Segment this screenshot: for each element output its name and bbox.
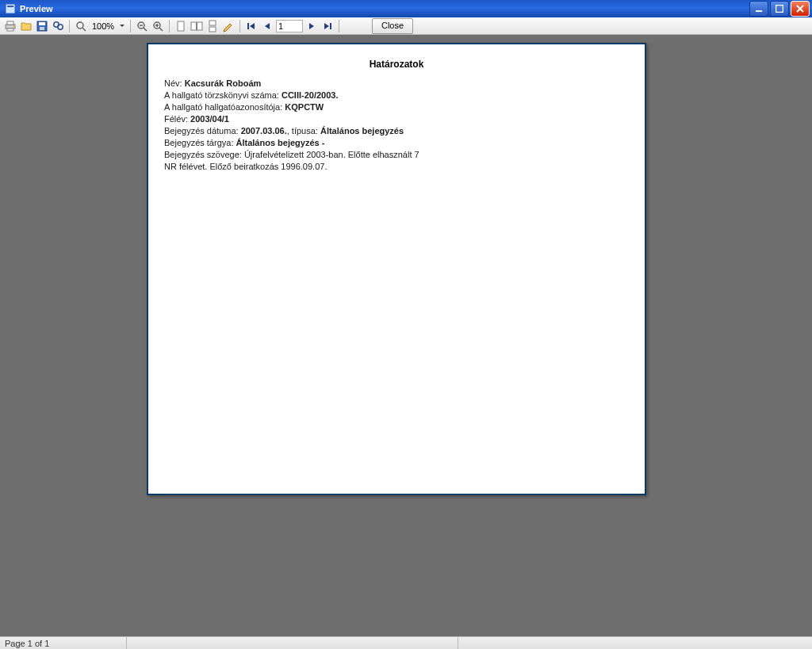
continuous-page-icon[interactable] — [205, 19, 220, 33]
zoom-in-icon[interactable] — [151, 19, 165, 33]
svg-line-23 — [159, 28, 163, 31]
value-entrydate: 2007.03.06. — [241, 126, 287, 136]
save-icon[interactable] — [35, 19, 49, 33]
single-page-icon[interactable] — [174, 19, 188, 33]
label-entrydate: Bejegyzés dátuma: — [164, 126, 239, 136]
svg-point-14 — [58, 24, 63, 29]
zoom-out-icon[interactable] — [135, 19, 149, 33]
annotate-icon[interactable] — [221, 19, 236, 33]
doc-line-studentid: A hallgató hallgatóazonosítója: KQPCTW — [164, 101, 629, 113]
close-window-button[interactable] — [791, 1, 810, 17]
open-icon[interactable] — [19, 19, 33, 33]
value-name: Kacsurák Roboám — [185, 78, 262, 88]
next-page-icon[interactable] — [304, 19, 319, 33]
print-icon[interactable] — [3, 19, 17, 33]
toolbar-separator — [339, 20, 339, 32]
svg-rect-0 — [6, 4, 15, 13]
page-number-input[interactable] — [276, 20, 303, 32]
toolbar-separator — [239, 20, 240, 32]
label-name: Név: — [164, 78, 182, 88]
titlebar: Preview — [0, 0, 812, 17]
svg-point-9 — [13, 25, 14, 27]
minimize-button[interactable] — [749, 1, 768, 17]
doc-line-reg: A hallgató törzskönyvi száma: CCIII-20/2… — [164, 90, 629, 101]
first-page-icon[interactable] — [244, 19, 259, 33]
svg-rect-28 — [209, 27, 216, 32]
svg-rect-27 — [209, 21, 216, 25]
document-page: Határozatok Név: Kacsurák Roboám A hallg… — [147, 43, 646, 495]
svg-line-19 — [144, 28, 147, 31]
svg-rect-25 — [191, 22, 197, 30]
svg-rect-2 — [756, 10, 762, 12]
value-reg: CCIII-20/2003. — [282, 90, 339, 100]
svg-rect-1 — [7, 6, 13, 7]
maximize-button[interactable] — [770, 1, 789, 17]
two-page-icon[interactable] — [190, 19, 204, 33]
svg-rect-26 — [197, 22, 203, 30]
value-body-line1: Újrafelvételizett 2003-ban. Előtte elhas… — [244, 150, 419, 159]
value-subject: Általános bejegyzés - — [236, 138, 325, 147]
find-icon[interactable] — [51, 19, 65, 33]
label-studentid: A hallgató hallgatóazonosítója: — [164, 102, 282, 112]
doc-line-subject: Bejegyzés tárgya: Általános bejegyzés - — [164, 137, 629, 148]
toolbar: 100% — [0, 17, 812, 35]
status-cell-2 — [127, 637, 458, 649]
value-body-line2: NR félévet. Előző beiratkozás 1996.09.07… — [164, 162, 327, 171]
status-cell-3 — [458, 637, 812, 649]
doc-line-term: Félév: 2003/04/1 — [164, 113, 629, 124]
zoom-level-text: 100% — [90, 21, 117, 31]
doc-line-entrydate: Bejegyzés dátuma: 2007.03.06., típusa: Á… — [164, 125, 629, 136]
label-body: Bejegyzés szövege: — [164, 150, 242, 159]
label-type: , típusa: — [287, 126, 318, 136]
svg-rect-7 — [7, 21, 13, 25]
doc-line-body1: Bejegyzés szövege: Újrafelvételizett 200… — [164, 149, 629, 160]
value-type: Általános bejegyzés — [320, 126, 404, 136]
svg-rect-11 — [39, 22, 45, 25]
window-title: Preview — [20, 4, 53, 13]
status-bar: Page 1 of 1 — [0, 636, 812, 649]
doc-line-body2: NR félévet. Előző beiratkozás 1996.09.07… — [164, 161, 629, 172]
prev-page-icon[interactable] — [260, 19, 274, 33]
svg-line-16 — [82, 28, 86, 31]
value-studentid: KQPCTW — [285, 102, 324, 112]
app-icon — [5, 3, 16, 14]
zoom-default-icon[interactable] — [74, 19, 88, 33]
doc-line-name: Név: Kacsurák Roboám — [164, 78, 629, 89]
svg-rect-3 — [776, 6, 783, 13]
toolbar-separator — [69, 20, 70, 32]
svg-rect-30 — [330, 23, 331, 29]
close-preview-button[interactable]: Close — [372, 18, 413, 34]
svg-point-15 — [77, 22, 83, 29]
value-term: 2003/04/1 — [190, 114, 229, 124]
zoom-dropdown-icon[interactable] — [118, 20, 126, 32]
svg-rect-8 — [7, 29, 13, 31]
label-term: Félév: — [164, 114, 188, 124]
svg-rect-12 — [40, 27, 44, 30]
label-subject: Bejegyzés tárgya: — [164, 138, 233, 147]
last-page-icon[interactable] — [320, 19, 335, 33]
document-heading: Határozatok — [164, 59, 629, 70]
svg-rect-24 — [178, 21, 184, 31]
preview-workspace: Határozatok Név: Kacsurák Roboám A hallg… — [0, 35, 812, 637]
svg-rect-29 — [247, 23, 249, 29]
toolbar-separator — [130, 20, 131, 32]
label-reg: A hallgató törzskönyvi száma: — [164, 90, 279, 100]
status-page-info: Page 1 of 1 — [0, 637, 127, 649]
toolbar-separator — [169, 20, 170, 32]
